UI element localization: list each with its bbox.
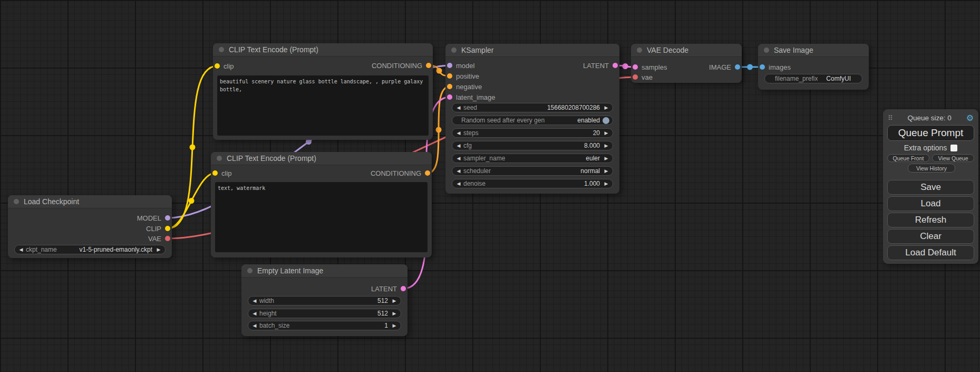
clip-input-dot[interactable] [212,170,218,176]
clip-output-dot[interactable] [165,226,170,231]
refresh-button[interactable]: Refresh [887,213,974,227]
images-input-dot[interactable] [760,64,765,70]
negative-input-dot[interactable] [447,84,452,89]
output-slot-clip: CLIP [146,224,170,233]
input-slot-positive: positive [447,71,479,81]
widget-denoise[interactable]: ◀ denoise 1.000 ▶ [452,179,613,188]
decrement-arrow-icon[interactable]: ◀ [455,143,462,148]
prompt-textarea[interactable]: text, watermark [215,182,428,252]
link-midpoint-dot[interactable] [436,68,442,74]
widget-name: steps [463,129,479,137]
increment-arrow-icon[interactable]: ▶ [603,105,610,110]
decrement-arrow-icon[interactable]: ◀ [455,130,462,136]
increment-arrow-icon[interactable]: ▶ [603,156,610,161]
image-output-dot[interactable] [735,64,740,70]
slot-label: latent_image [456,93,495,101]
widget-name: filename_prefix [775,75,818,82]
link-wire [168,173,215,228]
decrement-arrow-icon[interactable]: ◀ [251,323,258,328]
decrement-arrow-icon[interactable]: ◀ [251,298,258,303]
model-output-dot[interactable] [165,215,170,221]
view-queue-button[interactable]: View Queue [932,154,974,162]
widget-value: 20 [479,129,600,137]
settings-gear-icon[interactable]: ⚙ [966,114,974,122]
node-header: Empty Latent Image [241,264,407,278]
increment-arrow-icon[interactable]: ▶ [391,298,398,303]
decrement-arrow-icon[interactable]: ◀ [455,168,462,174]
node-clip-text-encode-positive[interactable]: CLIP Text Encode (Prompt) clip CONDITION… [213,43,433,140]
node-save-image[interactable]: Save Image images filename_prefix ComfyU… [758,44,869,90]
view-history-button[interactable]: View History [908,164,955,173]
widget-random-seed[interactable]: Random seed after every gen enabled [452,116,613,125]
latent-image-input-dot[interactable] [447,94,452,100]
conditioning-output-dot[interactable] [425,170,430,176]
save-button[interactable]: Save [887,180,974,195]
conditioning-output-dot[interactable] [426,63,431,68]
queue-prompt-button[interactable]: Queue Prompt [887,125,974,141]
vae-output-dot[interactable] [165,236,170,241]
collapse-dot-icon[interactable] [637,47,642,53]
queue-small-buttons: Queue Front View Queue [887,154,974,162]
link-midpoint-dot[interactable] [747,64,753,70]
decrement-arrow-icon[interactable]: ◀ [455,156,462,161]
collapse-dot-icon[interactable] [219,47,224,52]
node-clip-text-encode-negative[interactable]: CLIP Text Encode (Prompt) clip CONDITION… [211,152,432,257]
increment-arrow-icon[interactable]: ▶ [391,311,398,316]
extra-options-checkbox[interactable] [950,145,957,151]
link-midpoint-dot[interactable] [623,63,628,69]
positive-input-dot[interactable] [447,73,452,79]
link-wire [168,66,217,228]
widget-seed[interactable]: ◀ seed 156680208700286 ▶ [452,103,613,112]
collapse-dot-icon[interactable] [14,199,19,204]
clear-button[interactable]: Clear [887,229,974,244]
decrement-arrow-icon[interactable]: ◀ [251,311,258,316]
latent-output-dot[interactable] [401,286,406,291]
collapse-dot-icon[interactable] [451,47,457,53]
decrement-arrow-icon[interactable]: ◀ [455,181,462,186]
widget-width[interactable]: ◀ width 512 ▶ [248,296,401,306]
drag-handle-icon[interactable]: ⠿ [888,114,893,122]
increment-arrow-icon[interactable]: ▶ [603,168,610,174]
increment-arrow-icon[interactable]: ▶ [155,247,162,252]
node-ksampler[interactable]: KSampler model positive negative latent_… [445,44,619,194]
widget-name: height [259,310,277,317]
widget-value: 8.000 [472,142,600,149]
node-graph-canvas[interactable]: Load Checkpoint MODEL CLIP VAE ◀ ckpt_na… [0,0,980,372]
increment-arrow-icon[interactable]: ▶ [391,323,398,328]
collapse-dot-icon[interactable] [247,268,253,273]
link-midpoint-dot[interactable] [190,145,196,150]
widget-value: normal [491,167,600,175]
queue-front-button[interactable]: Queue Front [887,154,929,162]
samples-input-dot[interactable] [633,64,638,70]
slot-label: CONDITIONING [372,62,422,70]
vae-input-dot[interactable] [633,74,638,80]
widget-batch-size[interactable]: ◀ batch_size 1 ▶ [248,321,401,330]
widget-ckpt-name[interactable]: ◀ ckpt_name v1-5-pruned-emaonly.ckpt ▶ [14,245,166,254]
node-load-checkpoint[interactable]: Load Checkpoint MODEL CLIP VAE ◀ ckpt_na… [8,195,172,258]
model-input-dot[interactable] [447,63,452,68]
link-midpoint-dot[interactable] [189,198,195,204]
widget-scheduler[interactable]: ◀ scheduler normal ▶ [452,166,613,176]
node-vae-decode[interactable]: VAE Decode samples vae IMAGE [631,44,742,83]
prompt-textarea[interactable]: beautiful scenery nature glass bottle la… [217,75,429,136]
node-empty-latent-image[interactable]: Empty Latent Image LATENT ◀ width 512 ▶ … [241,264,407,336]
widget-sampler-name[interactable]: ◀ sampler_name euler ▶ [452,154,613,163]
decrement-arrow-icon[interactable]: ◀ [455,105,462,110]
widget-value: 512 [274,297,388,304]
toggle-circle-icon[interactable] [603,117,609,124]
collapse-dot-icon[interactable] [217,156,222,161]
collapse-dot-icon[interactable] [764,47,769,53]
widget-cfg[interactable]: ◀ cfg 8.000 ▶ [452,141,613,150]
latent-output-dot[interactable] [613,63,618,68]
load-button[interactable]: Load [887,196,974,211]
load-default-button[interactable]: Load Default [887,245,974,260]
link-midpoint-dot[interactable] [436,127,442,133]
clip-input-dot[interactable] [215,63,220,69]
decrement-arrow-icon[interactable]: ◀ [17,247,25,252]
increment-arrow-icon[interactable]: ▶ [603,130,610,136]
widget-steps[interactable]: ◀ steps 20 ▶ [452,128,613,138]
increment-arrow-icon[interactable]: ▶ [603,181,610,186]
increment-arrow-icon[interactable]: ▶ [603,143,610,148]
widget-filename-prefix[interactable]: filename_prefix ComfyUI [764,74,862,83]
widget-height[interactable]: ◀ height 512 ▶ [248,309,401,318]
